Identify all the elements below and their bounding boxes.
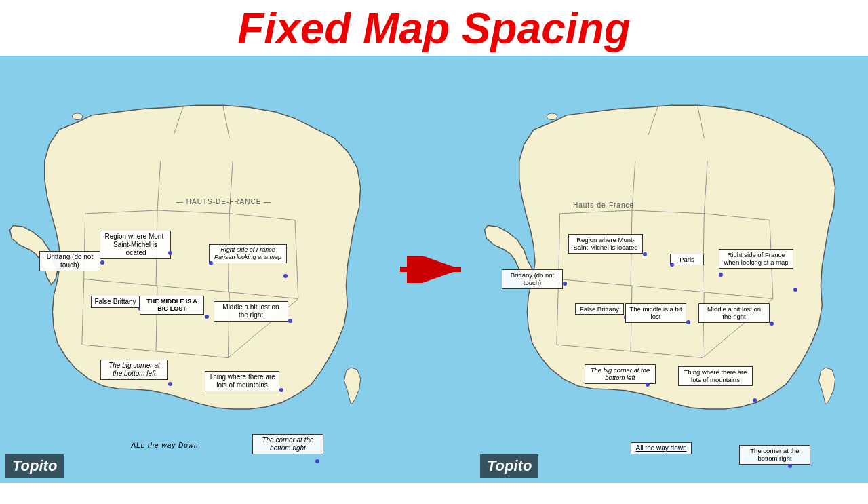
right-mountains-label: Thing where there are lots of mountains xyxy=(678,366,753,386)
right-big-corner-dot xyxy=(646,383,650,387)
left-all-way-down-label: ALL the way Down xyxy=(127,440,202,451)
main-content: — HAUTS-DE-FRANCE — Region where Mont-Sa… xyxy=(0,56,868,483)
right-all-way-down-label: All the way down xyxy=(631,442,692,454)
page-title: Fixed Map Spacing xyxy=(0,7,868,50)
left-topito-badge: Topito xyxy=(5,454,64,478)
right-mont-saint-michel-label: Region where Mont-Saint-Michel is locate… xyxy=(568,234,643,254)
right-mountains-dot xyxy=(753,398,757,402)
left-brittany-dot xyxy=(100,260,104,265)
right-brittany-label: Brittany (do not touch) xyxy=(502,269,563,289)
arrow-container xyxy=(393,56,475,483)
right-false-brittany-label: False Brittany xyxy=(575,303,624,315)
left-mont-saint-michel-label: Region where Mont-Saint-Michel is locate… xyxy=(100,231,171,259)
left-brittany-label: Brittang (do not touch) xyxy=(39,251,100,271)
left-right-side-dot xyxy=(283,274,288,278)
right-middle-lost-dot xyxy=(686,320,690,324)
left-right-side-label: Right side of France Parisen looking at … xyxy=(209,244,287,263)
left-corner-right-dot xyxy=(315,459,319,463)
svg-point-25 xyxy=(547,113,557,120)
left-corner-bottom-right-label: The corner at the bottom right xyxy=(252,434,323,454)
right-arrow-icon xyxy=(397,256,471,283)
right-right-side-dot xyxy=(719,273,723,277)
left-mountains-label: Thing where there are lots of mountains xyxy=(205,371,279,391)
left-false-brittany-label: False Brittany xyxy=(91,296,140,308)
right-map: Hauts-de-France Region where Mont-Saint-… xyxy=(475,56,868,483)
right-hauts-de-france-label: Hauts-de-France xyxy=(573,201,634,209)
left-paris-dot xyxy=(209,261,213,265)
right-paris-dot xyxy=(670,263,674,267)
left-middle-lost-label: THE MIDDLE IS A BIG LOST xyxy=(140,296,204,315)
left-map: — HAUTS-DE-FRANCE — Region where Mont-Sa… xyxy=(0,56,393,483)
right-big-corner-label: The big corner at the bottom left xyxy=(585,364,656,384)
svg-point-1 xyxy=(72,113,82,120)
right-right-side-label: Right side of France when looking at a m… xyxy=(719,249,793,269)
right-middle-right-dot xyxy=(770,322,774,326)
left-big-corner-dot xyxy=(168,382,172,386)
right-corner-right-dot xyxy=(788,464,792,468)
right-right-side-dot2 xyxy=(793,288,797,292)
right-middle-lost-label: The middle is a bit lost xyxy=(625,303,686,323)
left-middle-right-label: Middle a bit lost on the right xyxy=(214,301,288,322)
right-middle-right-label: Middle a bit lost on the right xyxy=(698,303,770,323)
right-mont-michel-dot xyxy=(643,252,647,256)
header: Fixed Map Spacing xyxy=(0,0,868,56)
left-middle-right-dot xyxy=(288,319,292,323)
left-mont-michel-dot xyxy=(168,251,172,255)
left-middle-lost-dot xyxy=(205,315,209,319)
left-mountains-dot xyxy=(279,388,283,392)
left-hauts-de-france-label: — HAUTS-DE-FRANCE — xyxy=(176,198,271,206)
right-topito-badge: Topito xyxy=(480,454,538,478)
right-brittany-dot xyxy=(563,282,567,286)
right-paris-label: Paris xyxy=(670,254,704,265)
right-corner-bottom-right-label: The corner at the bottom right xyxy=(739,445,810,465)
left-big-corner-label: The big corner at the bottom left xyxy=(100,360,168,380)
